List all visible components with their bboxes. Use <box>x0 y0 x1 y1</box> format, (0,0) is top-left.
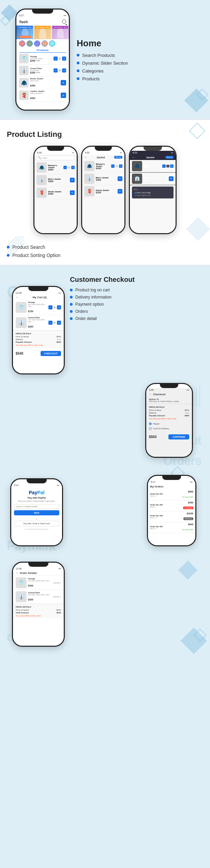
od-qty-2: Quantity 1 <box>53 596 61 598</box>
phone3-add-2[interactable]: + <box>169 176 174 181</box>
qty-plus-2[interactable]: + <box>62 68 66 73</box>
paypal-email-input[interactable] <box>14 504 59 509</box>
checkout-feature-list: Product log on cart Delivery information… <box>70 288 203 321</box>
bullet-4 <box>77 77 79 80</box>
od-item-2: 👔 Casual Shirt your style check with a n… <box>13 590 64 604</box>
qty-minus-2[interactable]: − <box>54 68 58 73</box>
qty-v3: 1 <box>166 165 169 167</box>
phone1-price-1: $490 <box>48 168 62 171</box>
product-info-1: Voyage your style choice ... $250 $300 <box>30 55 52 62</box>
sort-option-1[interactable]: Price: Low to High <box>134 191 172 194</box>
phone3-filter-btn[interactable]: Sort by <box>165 156 174 159</box>
order-badge-4: You Saved $10 <box>182 529 193 531</box>
cart-pd-payable: Payable Amount $540 <box>16 341 61 343</box>
cart-desc-1: your style check with a note ... <box>28 303 47 307</box>
sort-option-2[interactable]: Price: High to Low <box>134 194 172 197</box>
search-icon-phone1: 🔍 <box>38 157 41 159</box>
cart-desc-2: your style check with a note ... <box>28 319 47 323</box>
home-feature-2: Dynamic Slider Section <box>77 61 203 66</box>
cart-item-2: 👔 Casual Shirt your style check with a n… <box>13 315 64 331</box>
checkout-phone: 3:35 ▪▪▪ ← Checkout Deliver To 4003 Kerr… <box>145 383 193 458</box>
orders-status: 8:11 ▪▪▪ <box>148 480 195 484</box>
add-btn-3[interactable]: + <box>61 80 66 85</box>
phone1-qty-1[interactable]: − 1 + <box>63 166 75 169</box>
cart-status: 12:40 ▪▪▪ <box>13 291 64 295</box>
banner-1: NEW ARRIVAL SALE UP TO 50% OFF <box>16 26 33 39</box>
phone3-back[interactable]: ← <box>132 156 135 159</box>
avatar-2 <box>27 41 33 47</box>
qty-m2[interactable]: − <box>111 164 115 168</box>
phone3-item-1: 🧥 Women's Jacket $490 − 1 + <box>130 160 176 173</box>
payment-phone-notch <box>27 479 47 483</box>
checkout-back[interactable]: ← <box>149 393 152 396</box>
phone1-add-3[interactable]: + <box>70 190 75 195</box>
paypal-logo: PayPal <box>29 490 45 495</box>
product-price-2: $280 <box>30 71 35 74</box>
paypal-inner: PayPal Pay with PayPal Enter your email … <box>11 487 62 546</box>
phone2-add-2[interactable]: + <box>118 176 122 181</box>
od-info-1: Voyage your style check with a note... $… <box>28 578 52 588</box>
svg-line-0 <box>7 236 24 253</box>
phone1-search-field[interactable]: 🔍 t-shirt <box>36 156 75 160</box>
diamond-deco-bottom <box>178 561 198 580</box>
continue-button[interactable]: CONTINUE <box>168 434 189 439</box>
qty-m3[interactable]: − <box>162 164 166 168</box>
phone2-thumb-2: 👔 <box>84 174 94 184</box>
payment-option-cod[interactable]: Cash On Delivery <box>146 426 192 431</box>
phone3-qty-1[interactable]: − 1 + <box>162 164 174 168</box>
qty-p[interactable]: + <box>71 166 75 169</box>
paypal-next-btn[interactable]: Next <box>14 510 59 515</box>
phone2-add-3[interactable]: + <box>118 189 122 194</box>
search-icon[interactable] <box>62 19 66 23</box>
deliver-to: Deliver To 4003 Kerry St, Ontario Hickso… <box>146 397 192 404</box>
phone2-qty-1[interactable]: − 1 + <box>111 164 122 168</box>
avatar-1 <box>19 41 25 47</box>
phone1-info-2: Men's Jacket $380 <box>48 178 69 182</box>
order-right-2: $450 Cancelled <box>183 501 193 510</box>
phone2-filter-btn[interactable]: Sort by <box>114 156 122 159</box>
cart-pd-title: PRICE DETAILS <box>16 333 61 335</box>
sale-text-2: NEW ARRIVAL SALE <box>35 26 50 29</box>
bullet-co-3 <box>70 303 73 306</box>
cart-total: $540 <box>16 352 23 355</box>
qty-minus-1[interactable]: − <box>54 57 58 61</box>
phone2-item-1: 🧥 Women's Jacket $490 − 1 + <box>82 160 124 173</box>
qty-plus-1[interactable]: + <box>62 57 66 61</box>
phone1-price-2: $380 <box>48 180 69 182</box>
cart-price-1: $150 <box>28 310 33 312</box>
cart-back[interactable]: ← <box>16 296 18 299</box>
qty-p2[interactable]: + <box>119 164 122 168</box>
qty-p3[interactable]: + <box>170 164 174 168</box>
phone1-add-2[interactable]: + <box>70 178 75 182</box>
phone3-thumb-1: 🧥 <box>132 161 142 171</box>
cart-qty-2[interactable]: − 1 + <box>48 321 61 325</box>
phone2-price-1: $490 <box>96 167 110 170</box>
products-tab[interactable]: Products <box>19 48 66 53</box>
phone2-back[interactable]: ← <box>84 156 87 159</box>
cart-info-1: Voyage your style check with a note ... … <box>28 301 47 314</box>
phone1-inner: 8:40 ▪▪ 🔍 t-shirt 🧥 Women's Jacket $490 … <box>34 151 77 234</box>
orderdetail-back[interactable]: ← <box>16 572 18 575</box>
qty-m[interactable]: − <box>63 166 67 169</box>
cart-qty-1[interactable]: − 1 + <box>48 305 61 309</box>
checkout-top: Cart 12:40 ▪▪▪ ← My Cart (2) <box>7 276 203 374</box>
qty-ctrl-2[interactable]: − 1 + <box>54 68 66 73</box>
radio-cod <box>149 427 152 430</box>
qty-ctrl-1[interactable]: − 1 + <box>54 57 66 61</box>
paypal-credit-btn[interactable]: Pay with Credit or Debit Card <box>14 521 59 526</box>
status-icons: ▪▪▪ <box>64 14 66 17</box>
orderdetail-header: ← Order Details <box>13 570 64 576</box>
listing-phone-3: 8:50 ▪▪ ← Jacket Sort by 🧥 Women's Jacke… <box>129 146 177 234</box>
order-col-1: Order No #01 Items: 2 <box>150 493 163 497</box>
od-info-2: Casual Shirt your style check with a not… <box>28 592 52 602</box>
checkout-button[interactable]: CHECKOUT <box>41 351 61 356</box>
order-row-2: Order No #02 Items: 1 $450 Cancelled <box>148 500 195 511</box>
phone3-price-1: $490 <box>144 166 161 168</box>
checkout-total: $560 <box>149 435 156 439</box>
payment-option-paypal[interactable]: Paypal <box>146 421 192 426</box>
add-btn-4[interactable]: + <box>61 93 66 98</box>
sort-option-1-label: Price: Low to High <box>137 192 151 194</box>
cart-phone-wrapper: 12:40 ▪▪▪ ← My Cart (2) 👕 Voyage your st… <box>7 276 65 374</box>
status-time: 9:27 <box>19 14 24 17</box>
cart-btn-row: $540 CHECKOUT <box>13 349 64 358</box>
